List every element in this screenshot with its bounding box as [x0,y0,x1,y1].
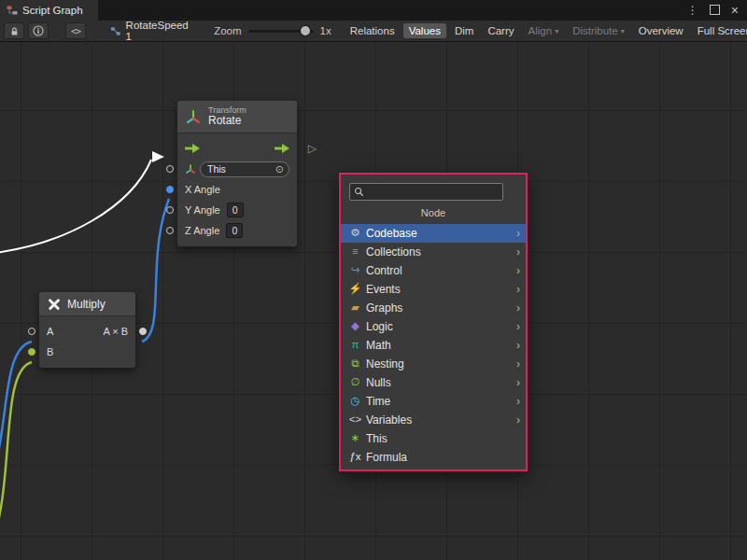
multiply-node-header[interactable]: Multiply [39,292,135,316]
port-this-input[interactable] [166,165,174,173]
time-icon: ◷ [347,396,363,407]
info-button[interactable] [28,22,49,39]
rotate-node-body: ▷ This ⊙ X Angle Y Angle [177,133,297,246]
rotate-node-title: Rotate [208,115,247,128]
graphs-icon: ▰ [347,302,363,314]
z-angle-label: Z Angle [185,225,219,236]
multiply-node-title: Multiply [67,298,106,311]
control-icon: ↪ [347,265,363,276]
menu-item-label: Logic [366,320,393,333]
menu-item-label: Collections [366,245,421,259]
node-multiply[interactable]: Multiply A A × B B [39,292,135,368]
port-product-output[interactable] [139,328,147,335]
rotate-yangle-row: Y Angle 0 [177,200,297,220]
node-transform-rotate[interactable]: Transform Rotate ▷ [177,101,297,246]
menu-item-this[interactable]: ∗This [341,429,526,448]
toolbar-button-align: Align▾ [523,23,565,38]
menu-item-control[interactable]: ↪Control› [341,261,526,280]
menu-item-label: Codebase [366,227,417,240]
flow-output-arrow[interactable] [275,144,289,153]
edit-code-button[interactable]: <> [65,22,86,39]
nulls-icon: ∅ [347,377,363,388]
menu-item-math[interactable]: πMath› [341,336,526,355]
this-icon: ∗ [347,433,363,444]
menu-item-variables[interactable]: <>Variables› [341,411,526,429]
codebase-icon: ⚙ [347,228,363,239]
toolbar-button-overview[interactable]: Overview [633,23,689,38]
toolbar-button-dim[interactable]: Dim [449,23,479,38]
flow-input-arrow[interactable] [185,144,200,153]
chevron-right-icon: › [516,358,520,370]
transform-icon [185,108,202,125]
close-icon[interactable]: × [731,4,739,17]
menu-item-collections[interactable]: ≡Collections› [341,243,526,261]
tab-script-graph[interactable]: Script Graph [0,0,98,21]
menu-header: Node [341,207,526,218]
search-icon [354,187,364,197]
chevron-right-icon: › [516,284,520,295]
rotate-zangle-row: Z Angle 0 [177,220,297,241]
zoom-label: Zoom [214,25,241,36]
zoom-slider-handle[interactable] [301,26,310,35]
node-search-input[interactable] [368,186,499,199]
chevron-right-icon: › [516,265,520,276]
info-icon [33,25,44,36]
graph-name: RotateSpeed 1 [110,21,190,42]
menu-item-label: Events [366,283,401,296]
chevron-right-icon: › [516,228,520,239]
logic-icon: ◆ [347,321,363,332]
menu-item-label: Math [366,339,391,352]
nesting-icon: ⧉ [347,358,363,370]
toolbar-button-full-screen[interactable]: Full Screen [692,23,747,38]
y-angle-label: Y Angle [185,204,220,216]
menu-item-formula[interactable]: ƒxFormula [341,448,526,467]
object-picker-icon[interactable]: ⊙ [275,164,284,175]
this-object-field[interactable]: This ⊙ [200,161,289,177]
wire-control-in [0,160,151,253]
a-label: A [47,326,53,337]
toolbar-button-carry[interactable]: Carry [482,23,519,38]
b-label: B [47,346,53,357]
menu-item-graphs[interactable]: ▰Graphs› [341,299,526,317]
zoom-control: Zoom 1x [214,25,331,36]
graph-name-label: RotateSpeed 1 [126,21,190,42]
menu-item-logic[interactable]: ◆Logic› [341,317,526,336]
y-angle-field[interactable]: 0 [227,203,244,217]
menu-item-codebase[interactable]: ⚙Codebase› [341,224,526,243]
menu-item-nulls[interactable]: ∅Nulls› [341,373,526,392]
window-controls: ⋮ × [687,0,747,21]
variables-icon: <> [347,414,363,426]
menu-item-label: Formula [366,451,407,464]
tab-title: Script Graph [22,5,83,16]
menu-item-events[interactable]: ⚡Events› [341,280,526,299]
menu-item-time[interactable]: ◷Time› [341,392,526,411]
maximize-icon[interactable] [710,3,720,18]
menu-item-label: Graphs [366,301,402,315]
a-times-b-label: A × B [103,326,128,337]
multiply-icon [47,297,61,311]
port-b-input[interactable] [28,348,35,356]
chevron-right-icon: › [516,414,520,426]
port-z-angle[interactable] [166,227,174,234]
toolbar-button-relations[interactable]: Relations [345,23,401,38]
port-a-input[interactable] [28,328,35,335]
z-angle-field[interactable]: 0 [226,223,243,238]
menu-item-label: This [366,432,388,445]
chevron-right-icon: › [516,302,520,314]
window-menu-icon[interactable]: ⋮ [687,5,698,16]
port-x-angle[interactable] [166,186,174,193]
zoom-slider[interactable] [248,30,314,33]
lock-button[interactable] [4,22,24,39]
port-y-angle[interactable] [166,206,174,214]
graph-canvas[interactable]: Transform Rotate ▷ [0,42,747,560]
graph-asset-icon [110,25,121,37]
wire-into-a [0,342,32,477]
node-menu-list: ⚙Codebase›≡Collections›↪Control›⚡Events›… [341,224,526,467]
flow-continue-triangle[interactable]: ▷ [308,142,317,155]
search-field[interactable] [349,183,503,201]
menu-item-nesting[interactable]: ⧉Nesting› [341,355,526,373]
code-icon: <> [71,26,80,36]
toolbar-button-values[interactable]: Values [403,23,446,38]
rotate-node-header[interactable]: Transform Rotate [177,101,297,133]
menu-item-label: Variables [366,413,412,427]
